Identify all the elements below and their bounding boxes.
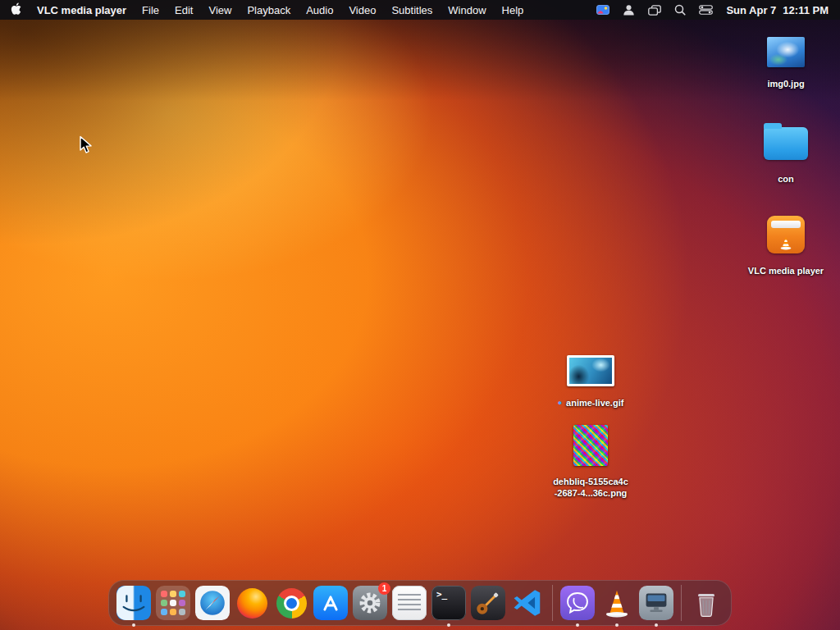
spotlight-icon[interactable] xyxy=(674,4,686,16)
launchpad-icon xyxy=(156,586,190,620)
display-app-icon xyxy=(639,586,673,620)
user-switch-icon[interactable] xyxy=(623,4,635,16)
dock-item-finder[interactable] xyxy=(116,586,151,620)
dock-item-chrome[interactable] xyxy=(274,586,308,620)
dock: 1 >_ xyxy=(108,580,732,626)
running-indicator xyxy=(132,623,135,627)
desktop-icon-label: VLC media player xyxy=(748,265,824,276)
wallpaper xyxy=(0,0,840,630)
menu-view[interactable]: View xyxy=(208,4,231,16)
apple-menu[interactable] xyxy=(11,2,21,18)
dock-item-viber[interactable] xyxy=(560,586,595,620)
menu-clock-time: 12:11 PM xyxy=(783,4,829,16)
menu-video[interactable]: Video xyxy=(349,4,376,16)
drive-icon xyxy=(767,216,805,253)
vlc-cone-icon xyxy=(600,586,634,620)
menu-bar: VLC media player File Edit View Playback… xyxy=(0,0,840,20)
safari-icon xyxy=(195,586,230,620)
app-store-icon xyxy=(313,586,348,620)
desktop-icon-anime-live[interactable]: ● anime-live.gif xyxy=(540,355,641,409)
label-line-1: dehbliq-5155ca4c xyxy=(553,477,628,486)
dock-item-app-store[interactable] xyxy=(313,586,348,620)
control-center-icon[interactable] xyxy=(699,5,713,15)
dock-item-vscode[interactable] xyxy=(510,586,545,620)
menu-bar-left: VLC media player File Edit View Playback… xyxy=(0,2,523,18)
stage-manager-icon[interactable] xyxy=(648,5,661,16)
menu-subtitles[interactable]: Subtitles xyxy=(391,4,432,16)
desktop-icon-label: anime-live.gif xyxy=(566,397,623,409)
terminal-icon: >_ xyxy=(431,586,466,620)
image-thumbnail-icon xyxy=(573,425,608,466)
dock-divider xyxy=(552,585,553,621)
running-indicator xyxy=(576,623,579,627)
running-indicator xyxy=(447,623,450,627)
desktop-icon-con-folder[interactable]: con xyxy=(741,127,831,185)
label-line-2: -2687-4...36c.png xyxy=(555,488,628,498)
screen-mirroring-icon[interactable] xyxy=(596,5,609,16)
notification-badge: 1 xyxy=(378,582,390,595)
sync-status-dot: ● xyxy=(558,399,562,407)
menu-audio[interactable]: Audio xyxy=(306,4,333,16)
dock-item-terminal[interactable]: >_ xyxy=(431,586,466,620)
menu-file[interactable]: File xyxy=(142,4,159,16)
dock-item-trash[interactable] xyxy=(689,586,724,620)
image-thumbnail-icon xyxy=(567,355,614,386)
menu-playback[interactable]: Playback xyxy=(247,4,290,16)
dock-item-safari[interactable] xyxy=(195,586,230,620)
desktop-icon-label: con xyxy=(778,173,794,185)
app-menu-title[interactable]: VLC media player xyxy=(37,4,126,16)
dock-item-garageband[interactable] xyxy=(471,586,505,620)
dock-divider xyxy=(681,585,682,621)
menu-help[interactable]: Help xyxy=(502,4,524,16)
running-indicator xyxy=(655,623,658,627)
terminal-prompt-glyph: >_ xyxy=(436,589,447,600)
running-indicator xyxy=(615,623,619,627)
dock-item-vlc[interactable] xyxy=(600,586,634,620)
apple-icon xyxy=(11,2,21,16)
dock-item-system-settings[interactable]: 1 xyxy=(353,586,387,620)
chrome-icon xyxy=(276,588,307,619)
firefox-icon xyxy=(237,588,267,619)
dock-item-textedit[interactable] xyxy=(392,586,427,620)
dock-item-firefox[interactable] xyxy=(235,586,269,620)
desktop-icon-img0[interactable]: img0.jpg xyxy=(741,37,831,89)
menu-window[interactable]: Window xyxy=(448,4,486,16)
desktop-icon-label: img0.jpg xyxy=(767,78,804,89)
desktop-icon-dehbliq[interactable]: dehbliq-5155ca4c -2687-4...36c.png xyxy=(542,425,639,500)
dock-item-display-app[interactable] xyxy=(639,586,673,620)
dock-item-launchpad[interactable] xyxy=(156,586,190,620)
viber-icon xyxy=(560,586,595,620)
menu-clock-date: Sun Apr 7 xyxy=(726,4,776,16)
desktop-icon-vlc-drive[interactable]: VLC media player xyxy=(741,216,831,276)
garageband-icon xyxy=(471,586,505,620)
textedit-icon xyxy=(392,586,427,620)
menu-clock[interactable]: Sun Apr 7 12:11 PM xyxy=(726,4,829,16)
desktop-icon-label: dehbliq-5155ca4c -2687-4...36c.png xyxy=(553,476,628,500)
trash-icon xyxy=(689,586,724,620)
menu-edit[interactable]: Edit xyxy=(175,4,193,16)
finder-icon xyxy=(116,586,151,620)
vlc-cone-icon xyxy=(779,236,792,250)
folder-icon xyxy=(764,127,808,160)
menu-bar-status: Sun Apr 7 12:11 PM xyxy=(596,4,840,16)
desktop: VLC media player File Edit View Playback… xyxy=(0,0,840,630)
vscode-icon xyxy=(510,586,545,620)
image-thumbnail-icon xyxy=(767,37,805,67)
